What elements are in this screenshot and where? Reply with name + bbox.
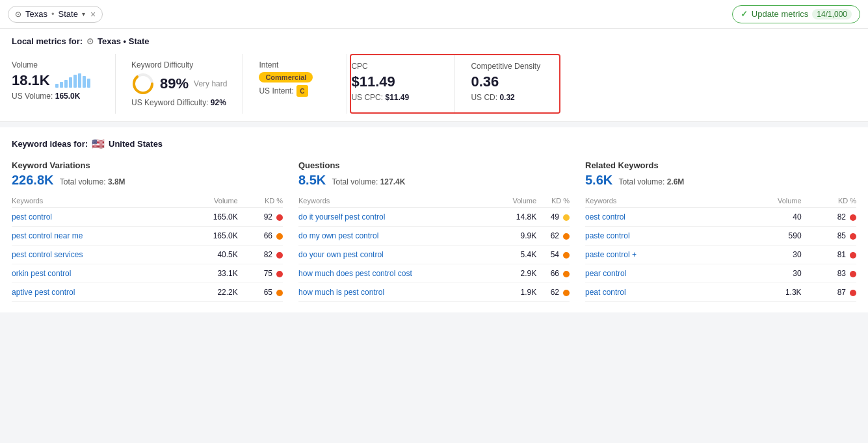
kd-percent: 89% [160,75,189,92]
kd-dot [563,214,570,221]
variations-column: Keyword Variations 226.8K Total volume: … [12,160,283,302]
kd-cell: 82 [238,246,283,264]
table-row: paste control 590 85 [585,227,856,246]
volume-cell: 14.8K [495,208,537,227]
keywords-grid: Keyword Variations 226.8K Total volume: … [12,160,856,302]
variations-count: 226.8K [12,173,54,187]
highlighted-cards: CPC $11.49 US CPC: $11.49 Competitive De… [350,54,560,114]
kd-dot [276,290,283,296]
volume-cell: 30 [733,246,801,264]
volume-cell: 1.9K [495,283,537,302]
volume-cell: 33.1K [179,264,238,283]
keyword-link[interactable]: do it yourself pest control [298,212,385,222]
keyword-link[interactable]: pest control near me [12,231,83,240]
questions-table: Keywords Volume KD % do it yourself pest… [298,194,570,302]
bar-7 [83,76,86,88]
table-row: peat control 1.3K 87 [585,283,856,302]
location-type: State [59,9,78,19]
kd-dot [850,271,856,277]
volume-title: Volume [12,60,99,70]
keyword-link[interactable]: oest control [585,212,625,222]
kd-dot [563,252,570,259]
table-row: how much is pest control 1.9K 62 [298,283,570,302]
metrics-cards: Volume 18.1K US Volume: 165.0K [12,54,856,114]
table-row: aptive pest control 22.2K 65 [12,283,283,302]
keyword-link[interactable]: pest control [12,212,52,222]
kd-cell: 62 [536,227,570,246]
intent-title: Intent [259,60,331,70]
related-stats: 5.6K Total volume: 2.6M [585,173,856,188]
volume-cell: 9.9K [495,227,537,246]
keyword-link[interactable]: do your own pest control [298,250,384,259]
kd-value: 89% Very hard [131,72,227,95]
bar-2 [60,82,63,88]
kd-cell: 87 [802,283,856,302]
volume-cell: 2.9K [495,264,537,283]
location-tag[interactable]: ⊙ Texas • State ▾ × [8,6,103,23]
keyword-link[interactable]: paste control [585,231,630,240]
questions-title: Questions [298,160,570,170]
related-title: Related Keywords [585,160,856,170]
kd-cell: 66 [536,264,570,283]
table-row: oest control 40 82 [585,208,856,227]
bar-1 [55,84,59,88]
volume-cell: 1.3K [733,283,801,302]
top-bar: ⊙ Texas • State ▾ × ✓ Update metrics 14/… [0,0,868,29]
kd-ring-chart [131,72,155,95]
update-metrics-label: Update metrics [752,9,808,19]
keyword-link[interactable]: how much does pest control cost [298,269,412,278]
related-vol-header: Volume [733,194,801,208]
close-icon[interactable]: × [90,9,96,19]
kd-cell: 66 [238,227,283,246]
metrics-section-label: Local metrics for: ⊙ Texas • State [12,36,856,46]
volume-cell: 30 [733,264,801,283]
related-table: Keywords Volume KD % oest control 40 82 … [585,194,856,302]
kd-dot [276,214,283,221]
volume-cell: 22.2K [179,283,238,302]
kd-cell: 82 [802,208,856,227]
update-metrics-button[interactable]: ✓ Update metrics 14/1,000 [732,5,860,23]
keyword-link[interactable]: paste control + [585,250,637,259]
volume-cell: 590 [733,227,801,246]
cpc-sub: US CPC: $11.49 [351,93,439,102]
local-metrics-section: Local metrics for: ⊙ Texas • State Volum… [0,29,868,122]
keyword-ideas-section: Keyword ideas for: 🇺🇸 United States Keyw… [0,127,868,312]
variations-stats: 226.8K Total volume: 3.8M [12,173,283,188]
keyword-link[interactable]: aptive pest control [12,288,75,297]
chevron-down-icon[interactable]: ▾ [82,10,85,18]
kd-dot [563,290,570,296]
kd-dot [850,214,856,221]
kd-card: Keyword Difficulty 89% Very hard US Keyw… [116,54,243,114]
variations-kw-header: Keywords [12,194,179,208]
keyword-link[interactable]: do my own pest control [298,231,378,240]
volume-cell: 40 [733,208,801,227]
location-sep: • [51,9,55,19]
kd-cell: 75 [238,264,283,283]
bar-4 [69,77,72,88]
comp-density-value: 0.36 [471,73,544,90]
keyword-link[interactable]: orkin pest control [12,269,71,278]
questions-stats: 8.5K Total volume: 127.4K [298,173,570,188]
variations-vol-header: Volume [179,194,238,208]
kd-dot [276,271,283,277]
intent-value: Commercial [259,72,331,82]
volume-bars-chart [55,73,90,88]
keyword-link[interactable]: peat control [585,288,626,297]
table-row: pest control services 40.5K 82 [12,246,283,264]
questions-column: Questions 8.5K Total volume: 127.4K Keyw… [298,160,570,302]
location-icon: ⊙ [15,10,21,19]
volume-cell: 40.5K [179,246,238,264]
kd-cell: 85 [802,227,856,246]
intent-badge: Commercial [259,72,313,82]
volume-sub: US Volume: 165.0K [12,92,99,101]
kd-sub: US Keyword Difficulty: 92% [131,98,227,107]
keyword-link[interactable]: pear control [585,269,626,278]
keyword-link[interactable]: pest control services [12,250,83,259]
kd-cell: 92 [238,208,283,227]
questions-kd-header: KD % [536,194,570,208]
keyword-link[interactable]: how much is pest control [298,288,384,297]
kd-dot [850,290,856,296]
cpc-value: $11.49 [351,73,439,90]
questions-vol-header: Volume [495,194,537,208]
volume-cell: 165.0K [179,227,238,246]
